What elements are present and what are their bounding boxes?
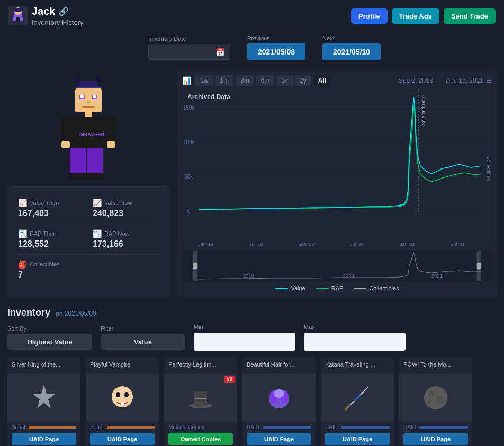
date-range-start: Sep 2, 2018 (399, 77, 433, 84)
profile-button[interactable]: Profile (351, 8, 387, 24)
rap-now-label: RAP Now (104, 230, 129, 237)
svg-rect-27 (69, 173, 87, 180)
collectibles-icon: 🎒 (18, 260, 27, 269)
header-buttons: Profile Trade Ads Send Trade (351, 8, 496, 24)
svg-rect-34 (182, 250, 492, 282)
svg-point-54 (274, 389, 284, 398)
list-item: Katana Traveling ... UAID UAID Page (321, 357, 394, 446)
legend-rap-dot (316, 288, 329, 289)
item-meta-0: Serial (12, 424, 76, 430)
item-meta-label-1: Serial (90, 424, 104, 430)
item-meta-2: Multiple Copies (168, 424, 233, 430)
max-group: Max (304, 324, 406, 351)
item-action-btn-0[interactable]: UAID Page (12, 433, 76, 445)
chart-menu-icon[interactable]: ☰ (487, 77, 492, 84)
avatar-display: THRASHER (6, 70, 170, 186)
svg-marker-7 (78, 81, 99, 88)
filter-all[interactable]: All (313, 75, 331, 86)
chart-area: Archived Data 150k 100k 50k 0 (182, 89, 492, 248)
svg-rect-26 (87, 148, 103, 175)
calendar-icon[interactable]: 📅 (215, 48, 224, 56)
value-now-label: Value Now (104, 200, 132, 206)
selected-date-label: Selected Date (421, 95, 426, 126)
filter-2y[interactable]: 2y (295, 75, 311, 86)
svg-rect-37 (193, 263, 197, 269)
collectibles-value: 7 (18, 270, 84, 280)
next-label: Next (322, 35, 381, 41)
svg-rect-28 (86, 173, 104, 180)
svg-rect-15 (93, 95, 96, 98)
send-trade-button[interactable]: Send Trade (444, 8, 496, 24)
sort-by-button[interactable]: Highest Value (7, 334, 92, 350)
inventory-header: Inventory on 2021/05/09 (7, 307, 497, 318)
max-label: Max (304, 324, 406, 330)
collectibles-right-label: Collectibles (486, 156, 491, 181)
legend-collectibles: Collectibles (354, 285, 399, 291)
legend-collectibles-label: Collectibles (369, 285, 399, 291)
item-name-1: Playful Vampire (86, 357, 159, 374)
date-input-wrapper[interactable]: 2021/05/09 📅 (148, 44, 230, 60)
filter-1m[interactable]: 1m (215, 75, 233, 86)
filter-button[interactable]: Value (101, 334, 185, 350)
svg-rect-18 (85, 112, 92, 117)
chart-icon: 📊 (182, 76, 191, 85)
svg-rect-4 (20, 17, 23, 21)
legend-value: Value (275, 285, 305, 291)
character-avatar: THRASHER (49, 73, 128, 184)
filter-group: Filter Value (101, 325, 185, 350)
item-image-3 (242, 374, 316, 422)
previous-date-button[interactable]: 2021/05/08 (247, 43, 305, 60)
item-action-btn-1[interactable]: UAID Page (90, 433, 155, 445)
chart-date-range: Sep 2, 2018 → Dec 16, 2021 ☰ (399, 77, 492, 84)
filter-label: Filter (101, 325, 185, 332)
item-action-btn-5[interactable]: UAID Page (403, 433, 468, 445)
filter-1y[interactable]: 1y (276, 75, 293, 86)
item-action-btn-3[interactable]: UAID Page (247, 433, 311, 445)
item-action-btn-2[interactable]: Owned Copies (168, 433, 233, 445)
trade-ads-button[interactable]: Trade Ads (392, 8, 439, 24)
username: Jack (32, 5, 56, 17)
mini-chart-svg: 2019 2020 2021 (182, 250, 492, 282)
item-meta-5: UAID (403, 424, 468, 430)
inventory-title: Inventory (7, 307, 50, 318)
item-meta-label-5: UAID (403, 424, 416, 430)
svg-rect-22 (106, 117, 116, 143)
svg-marker-42 (32, 385, 56, 408)
item-image-2: x2 (164, 374, 237, 422)
legend-value-dot (275, 288, 288, 289)
svg-rect-14 (80, 95, 84, 98)
next-date-button[interactable]: 2021/05/10 (322, 43, 381, 60)
svg-rect-24 (107, 141, 115, 148)
item-meta-label-3: UAID (247, 424, 259, 430)
svg-point-58 (424, 386, 447, 409)
right-panel: 📊 1w 1m 3m 6m 1y 2y All Sep 2, 2018 → De… (177, 70, 498, 297)
x-axis-labels: Jan '19Jul '19Jan '20Jul '20Jan '21Jul '… (198, 242, 464, 247)
item-meta-label-2: Multiple Copies (168, 424, 204, 430)
trend-down-icon-2: 📉 (93, 229, 102, 238)
stat-value-now: 📈 Value Now 240,823 (88, 193, 163, 224)
max-input[interactable] (304, 333, 406, 351)
collectibles-label: Collectibles (30, 261, 59, 267)
item-footer-4: UAID UAID Page (321, 422, 394, 446)
svg-rect-16 (87, 101, 90, 103)
filter-6m[interactable]: 6m (256, 75, 275, 86)
svg-text:THRASHER: THRASHER (78, 132, 105, 137)
item-action-btn-4[interactable]: UAID Page (325, 433, 390, 445)
legend-rap-label: RAP (331, 285, 344, 291)
item-footer-2: Multiple Copies Owned Copies (164, 422, 237, 446)
svg-line-56 (346, 407, 348, 409)
min-input[interactable] (194, 333, 295, 351)
svg-marker-8 (75, 75, 80, 83)
link-icon[interactable]: 🔗 (59, 7, 69, 16)
legend-rap: RAP (316, 285, 344, 291)
item-footer-0: Serial UAID Page (7, 422, 80, 446)
svg-rect-23 (61, 141, 70, 148)
svg-rect-11 (75, 88, 102, 112)
list-item: Playful Vampire Serial UAID Page (86, 357, 159, 446)
filter-1w[interactable]: 1w (195, 75, 213, 86)
sort-by-group: Sort By Highest Value (7, 325, 92, 350)
item-image-4 (321, 374, 394, 422)
date-input[interactable]: 2021/05/09 (154, 48, 212, 56)
filter-3m[interactable]: 3m (236, 75, 254, 86)
svg-rect-47 (122, 402, 124, 405)
